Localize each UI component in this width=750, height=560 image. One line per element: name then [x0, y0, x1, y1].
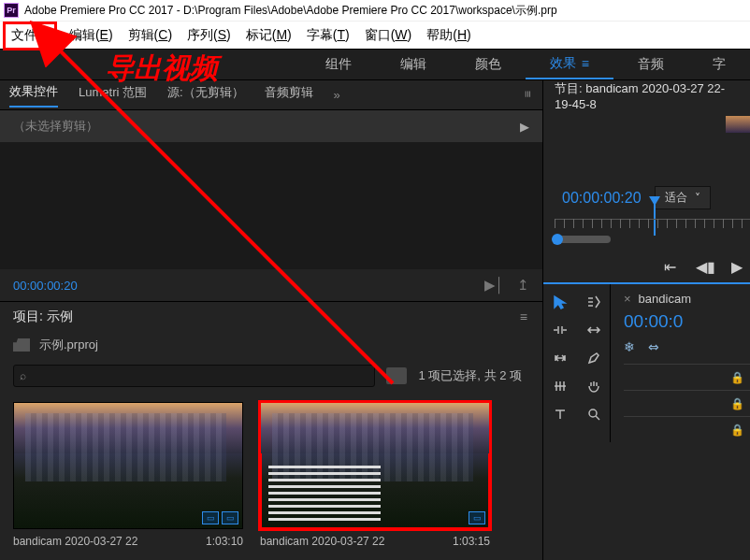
ripple-edit-tool[interactable]: [552, 322, 569, 338]
title-bar: Pr Adobe Premiere Pro CC 2017 - D:\Progr…: [0, 0, 750, 21]
menu-clip[interactable]: 剪辑(C): [121, 23, 180, 48]
razor-tool[interactable]: [552, 378, 569, 395]
program-playhead[interactable]: [654, 198, 656, 236]
project-thumbnails: ▭▭ bandicam 2020-03-27 22 1:03:10 ▭ band…: [0, 393, 542, 560]
search-icon: ⌕: [20, 369, 26, 382]
tab-effect-controls[interactable]: 效果控件: [9, 83, 58, 108]
program-monitor-frame: [726, 116, 750, 133]
ws-tab-menu-icon[interactable]: ≡: [582, 56, 589, 71]
lock-icon[interactable]: 🔒: [730, 397, 744, 410]
project-panel-title[interactable]: 项目: 示例: [13, 309, 73, 325]
project-search-row: ⌕ 1 项已选择, 共 2 项: [0, 359, 542, 393]
menu-help[interactable]: 帮助(H): [419, 23, 478, 48]
project-panel-menu-icon[interactable]: ≡: [520, 309, 529, 324]
project-selection-info: 1 项已选择, 共 2 项: [418, 367, 529, 384]
linked-selection-icon[interactable]: ⇔: [648, 339, 659, 354]
project-item[interactable]: ▭▭ bandicam 2020-03-27 22 1:03:10: [13, 402, 243, 560]
menu-edit[interactable]: 编辑(E): [62, 23, 121, 48]
program-monitor-body[interactable]: 00:00:00:20 适合˅: [543, 110, 750, 251]
panel-menu-icon[interactable]: ≡: [522, 91, 536, 100]
timeline-tab-label: bandicam: [639, 292, 691, 306]
timeline-tab-close-icon[interactable]: ×: [624, 292, 631, 306]
selection-tool[interactable]: [552, 294, 569, 310]
expand-icon[interactable]: ▶: [520, 120, 529, 134]
menu-marker[interactable]: 标记(M): [238, 23, 299, 48]
tools-panel: [543, 284, 611, 442]
program-monitor-title[interactable]: 节目: bandicam 2020-03-27 22-19-45-8: [555, 80, 739, 111]
toggle-loop-icon[interactable]: ▶│: [484, 277, 504, 294]
svg-point-1: [589, 409, 597, 417]
ws-tab-color[interactable]: 颜色: [451, 50, 526, 79]
ws-tab-editing[interactable]: 编辑: [376, 50, 451, 79]
timeline-area: × bandicam 00:00:0 ❄ ⇔ 🔒 🔒 🔒: [543, 284, 750, 442]
timeline-timecode[interactable]: 00:00:0: [624, 306, 750, 337]
snap-icon[interactable]: ❄: [624, 339, 635, 354]
ws-tab-audio[interactable]: 音频: [613, 50, 688, 79]
export-frame-icon[interactable]: ↥: [517, 277, 529, 294]
project-thumb[interactable]: ▭▭: [13, 402, 243, 529]
no-clip-label: （未选择剪辑）: [13, 118, 98, 135]
ws-tab-effects[interactable]: 效果≡: [526, 50, 613, 79]
ws-tab-titles[interactable]: 字: [688, 50, 750, 79]
new-bin-icon[interactable]: [386, 367, 407, 384]
hand-tool[interactable]: [585, 378, 602, 395]
lock-icon[interactable]: 🔒: [730, 424, 744, 437]
track-row[interactable]: 🔒: [624, 364, 750, 390]
timeline-tab[interactable]: × bandicam: [624, 292, 750, 306]
play-button[interactable]: ▶: [729, 258, 744, 276]
project-thumb-selected[interactable]: ▭: [260, 402, 490, 529]
clip-type-badges: ▭: [469, 511, 485, 524]
project-item-duration: 1:03:15: [453, 535, 490, 548]
project-item-name: bandicam 2020-03-27 22: [13, 535, 137, 548]
timeline-tracks: 🔒 🔒 🔒: [624, 356, 750, 442]
zoom-tool[interactable]: [585, 406, 602, 423]
track-row[interactable]: 🔒: [624, 416, 750, 442]
effect-controls-footer: 00:00:00:20 ▶│ ↥: [0, 269, 542, 301]
panel-overflow-icon[interactable]: »: [334, 88, 340, 102]
video-badge-icon: ▭: [202, 511, 219, 524]
effect-controls-timecode[interactable]: 00:00:00:20: [13, 279, 78, 293]
program-monitor-header: 节目: bandicam 2020-03-27 22-19-45-8: [543, 80, 750, 110]
program-zoom-scrollbar[interactable]: [555, 236, 611, 243]
project-panel-header: 项目: 示例 ≡: [0, 301, 542, 331]
lock-icon[interactable]: 🔒: [730, 371, 744, 384]
tab-audio-clip[interactable]: 音频剪辑: [265, 84, 313, 107]
project-item[interactable]: ▭ bandicam 2020-03-27 22 1:03:15: [260, 402, 490, 560]
menu-bar: 文件(F) 编辑(E) 剪辑(C) 序列(S) 标记(M) 字幕(T) 窗口(W…: [0, 21, 750, 49]
bin-icon[interactable]: [13, 338, 30, 352]
ws-tab-assembly[interactable]: 组件: [301, 50, 376, 79]
app-icon: Pr: [4, 3, 19, 18]
rate-stretch-tool[interactable]: [585, 322, 602, 338]
source-panel-tabs: 效果控件 Lumetri 范围 源:（无剪辑） 音频剪辑 » ≡: [0, 80, 542, 110]
slip-tool[interactable]: [552, 350, 569, 366]
pen-tool[interactable]: [585, 350, 602, 366]
timeline-header-icons: ❄ ⇔: [624, 337, 750, 356]
step-back-button[interactable]: ◀▮: [696, 258, 711, 276]
audio-badge-icon: ▭: [222, 511, 238, 524]
track-row[interactable]: 🔒: [624, 390, 750, 416]
clip-type-badges: ▭▭: [202, 511, 238, 524]
video-badge-icon: ▭: [469, 511, 485, 524]
menu-title[interactable]: 字幕(T): [299, 23, 357, 48]
project-item-name: bandicam 2020-03-27 22: [260, 535, 384, 548]
project-item-duration: 1:03:10: [206, 535, 243, 548]
project-breadcrumb: 示例.prproj: [0, 331, 542, 359]
menu-file[interactable]: 文件(F): [4, 23, 62, 48]
type-tool[interactable]: [552, 406, 569, 423]
window-title: Adobe Premiere Pro CC 2017 - D:\Program …: [24, 3, 557, 19]
project-file-label: 示例.prproj: [39, 337, 98, 353]
annotation-text: 导出视频: [106, 50, 218, 88]
effect-controls-noclip-row: （未选择剪辑） ▶: [0, 110, 542, 142]
effect-controls-body: （未选择剪辑） ▶: [0, 110, 542, 269]
track-select-tool[interactable]: [585, 294, 602, 310]
menu-sequence[interactable]: 序列(S): [180, 23, 238, 48]
menu-window[interactable]: 窗口(W): [357, 23, 420, 48]
program-transport: ⇤ ◀▮ ▶: [543, 251, 750, 282]
mark-in-button[interactable]: ⇤: [662, 258, 677, 276]
project-search-input[interactable]: ⌕: [13, 365, 375, 387]
